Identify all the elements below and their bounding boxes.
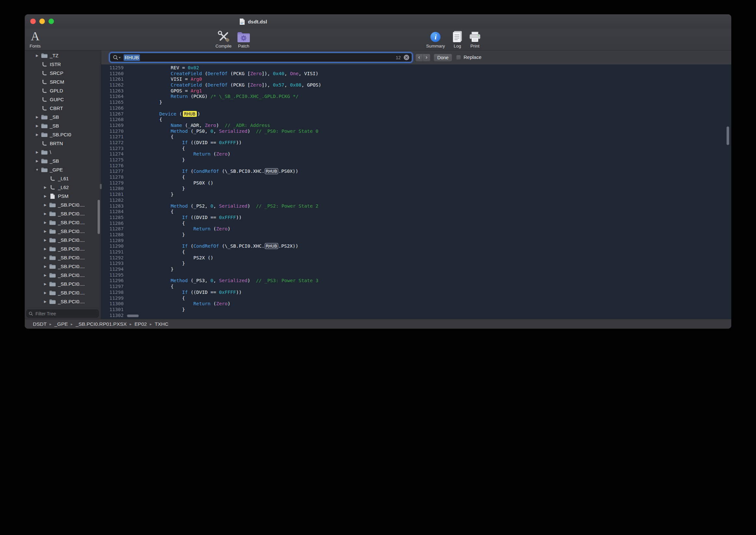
tree-item-label: _SB.PCI0	[58, 308, 79, 308]
disclosure-triangle-icon[interactable]: ▶	[34, 124, 40, 127]
disclosure-triangle-icon[interactable]: ▶	[34, 115, 40, 119]
disclosure-triangle-icon[interactable]: ▶	[42, 194, 48, 198]
tree-item-_gpe[interactable]: ▼_GPE	[25, 165, 101, 174]
disclosure-triangle-icon[interactable]: ▶	[42, 221, 48, 224]
search-match[interactable]: RHUB	[265, 168, 278, 174]
search-menu-icon[interactable]	[113, 55, 122, 61]
disclosure-triangle-icon[interactable]: ▶	[42, 212, 48, 215]
tree-item-_sbpci0[interactable]: ▶_SB.PCI0	[25, 130, 101, 139]
tree-item-_sb[interactable]: ▶_SB	[25, 113, 101, 121]
tree-item-_sbpci0[interactable]: ▶_SB.PCI0	[25, 306, 101, 308]
print-button[interactable]: Print	[469, 29, 481, 48]
tree-item-istr[interactable]: ▶ISTR	[25, 60, 101, 69]
tree-item-srcp[interactable]: ▶SRCP	[25, 69, 101, 77]
tree-item-_tz[interactable]: ▶_TZ	[25, 51, 101, 60]
tree-item-_l62[interactable]: ▶_L62	[25, 183, 101, 192]
search-match[interactable]: RHUB	[265, 243, 278, 249]
breadcrumb-item[interactable]: EP02	[134, 321, 147, 327]
code-lines[interactable]: REV = 0x02 CreateField (DerefOf (PCKG [Z…	[125, 65, 731, 319]
tree-item-_sbpci0[interactable]: ▶_SB.PCI0....	[25, 218, 101, 227]
disclosure-triangle-icon[interactable]: ▶	[42, 291, 48, 295]
breadcrumb-item[interactable]: _GPE	[54, 321, 68, 327]
tree-item-_sbpci0[interactable]: ▶_SB.PCI0....	[25, 227, 101, 236]
tree-item-gpld[interactable]: ▶GPLD	[25, 86, 101, 95]
patch-button[interactable]: Patch	[237, 29, 251, 48]
tree-item-cbrt[interactable]: ▶CBRT	[25, 104, 101, 113]
tree-item-_sbpci0[interactable]: ▶_SB.PCI0....	[25, 209, 101, 218]
line-number: 11301	[101, 307, 123, 313]
log-button[interactable]: Log	[452, 29, 462, 48]
tree-item-_sb[interactable]: ▶_SB	[25, 121, 101, 130]
folder-icon	[40, 123, 48, 128]
tree-item-_sbpci0[interactable]: ▶_SB.PCI0....	[25, 271, 101, 280]
title-bar[interactable]: dsdt.dsl	[25, 14, 731, 29]
disclosure-triangle-icon[interactable]: ▶	[34, 159, 40, 163]
code-line: Return (PCKG) /* \_SB_.PCI0.XHC_.GPLD.PC…	[137, 94, 731, 99]
code-line	[137, 163, 731, 169]
disclosure-triangle-icon[interactable]: ▶	[42, 229, 48, 233]
search-match-current[interactable]: RHUB	[183, 111, 197, 117]
search-icon	[29, 311, 33, 316]
done-button[interactable]: Done	[434, 54, 452, 62]
breadcrumb-item[interactable]: _SB.PCI0.RP01.PXSX	[76, 321, 127, 327]
breadcrumb-item[interactable]: DSDT	[33, 321, 46, 327]
tree-item-label: _SB.PCI0....	[58, 220, 85, 225]
sidebar-scrollbar[interactable]	[97, 200, 100, 234]
minimize-window-button[interactable]	[40, 18, 45, 24]
code-line: REV = 0x02	[137, 65, 731, 71]
code-line	[137, 272, 731, 278]
next-match-button[interactable]: ›	[423, 54, 430, 62]
disclosure-triangle-icon[interactable]: ▶	[42, 203, 48, 207]
tree-item-gupc[interactable]: ▶GUPC	[25, 95, 101, 104]
breadcrumb-item[interactable]: TXHC	[154, 321, 168, 327]
disclosure-triangle-icon[interactable]: ▶	[34, 150, 40, 154]
disclosure-triangle-icon[interactable]: ▶	[42, 185, 48, 189]
tree-item-_sbpci0[interactable]: ▶_SB.PCI0....	[25, 297, 101, 306]
tree-item-_sbpci0[interactable]: ▶_SB.PCI0....	[25, 253, 101, 262]
disclosure-triangle-icon[interactable]: ▶	[42, 282, 48, 286]
disclosure-triangle-icon[interactable]: ▶	[42, 273, 48, 277]
line-number: 11302	[101, 313, 123, 319]
line-number: 11261	[101, 76, 123, 82]
tree-item-psm[interactable]: ▶PSM	[25, 192, 101, 201]
tree-item-_sbpci0[interactable]: ▶_SB.PCI0....	[25, 280, 101, 288]
folder-icon	[48, 308, 56, 308]
fonts-button[interactable]: A Fonts	[30, 29, 40, 48]
clear-search-icon[interactable]: ✕	[404, 55, 409, 60]
editor-vertical-scrollbar[interactable]	[726, 126, 729, 145]
editor-horizontal-scrollbar[interactable]	[127, 314, 139, 317]
tree-item-srcm[interactable]: ▶SRCM	[25, 77, 101, 86]
code-line: }	[137, 157, 731, 163]
tree-item-_sbpci0[interactable]: ▶_SB.PCI0....	[25, 236, 101, 244]
filter-tree-field[interactable]	[26, 309, 99, 318]
code-line: {	[137, 209, 731, 215]
zoom-window-button[interactable]	[48, 18, 54, 24]
summary-button[interactable]: i Summary	[426, 29, 445, 48]
close-window-button[interactable]	[30, 18, 36, 24]
tree-item-_sbpci0[interactable]: ▶_SB.PCI0....	[25, 244, 101, 253]
filter-tree-input[interactable]	[35, 311, 96, 317]
disclosure-triangle-icon[interactable]: ▶	[34, 133, 40, 136]
code-editor[interactable]: 1125911260112611126211263112641126511266…	[101, 65, 731, 319]
tree-item-[interactable]: ▶\	[25, 148, 101, 156]
previous-match-button[interactable]: ‹	[416, 54, 423, 62]
tree-item-brtn[interactable]: ▶BRTN	[25, 139, 101, 148]
disclosure-triangle-icon[interactable]: ▶	[42, 265, 48, 268]
tree-item-_sbpci0[interactable]: ▶_SB.PCI0....	[25, 262, 101, 271]
compile-button[interactable]: Compile	[215, 29, 231, 48]
disclosure-triangle-icon[interactable]: ▶	[42, 247, 48, 251]
tree-item-_sb[interactable]: ▶_SB	[25, 156, 101, 165]
sidebar-tree[interactable]: ▶_TZ▶ISTR▶SRCP▶SRCM▶GPLD▶GUPC▶CBRT▶_SB▶_…	[25, 51, 101, 308]
line-number: 11284	[101, 209, 123, 215]
tree-item-_sbpci0[interactable]: ▶_SB.PCI0....	[25, 288, 101, 297]
disclosure-triangle-icon[interactable]: ▶	[42, 238, 48, 242]
disclosure-triangle-icon[interactable]: ▶	[34, 54, 40, 57]
replace-checkbox[interactable]	[456, 55, 461, 60]
disclosure-triangle-icon[interactable]: ▶	[42, 256, 48, 259]
disclosure-triangle-icon[interactable]: ▶	[42, 300, 48, 303]
tree-item-_l61[interactable]: ▶_L61	[25, 174, 101, 183]
splitter-handle[interactable]	[100, 184, 102, 189]
find-search-field[interactable]: RHUB 12 ✕	[110, 53, 412, 62]
tree-item-_sbpci0[interactable]: ▶_SB.PCI0....	[25, 201, 101, 209]
disclosure-triangle-icon[interactable]: ▼	[34, 168, 40, 172]
